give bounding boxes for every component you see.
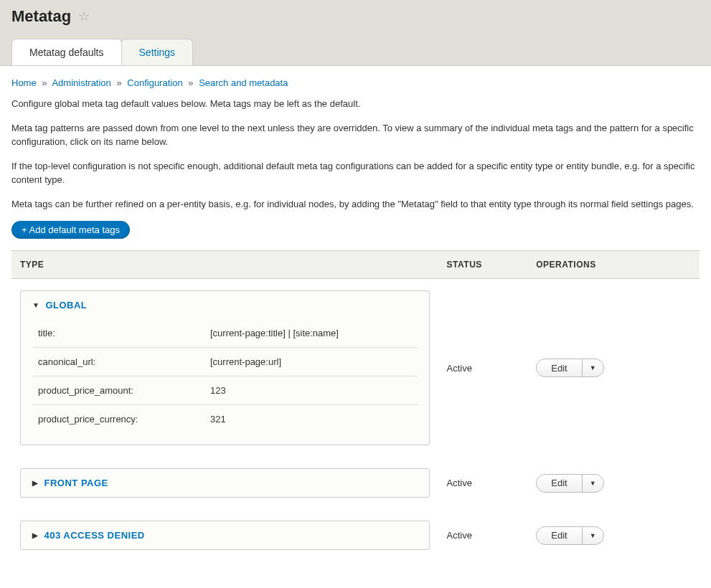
meta-field-key: product_price_amount:: [38, 385, 210, 396]
meta-field-row: canonical_url: [current-page:url]: [32, 348, 418, 376]
table-row: ▶ 403 ACCESS DENIED Active Edit ▼: [11, 509, 700, 561]
status-label: Active: [447, 363, 472, 374]
triangle-down-icon: ▼: [32, 301, 39, 309]
breadcrumb-separator: »: [188, 77, 193, 88]
details-summary-front-page[interactable]: ▶ FRONT PAGE: [21, 469, 429, 497]
primary-tabs: Metatag defaults Settings: [11, 39, 700, 65]
meta-field-value: 123: [210, 385, 226, 396]
table-row: ▼ GLOBAL title: [current-page:title] | […: [11, 279, 700, 457]
meta-field-key: product_price_currency:: [38, 414, 210, 425]
details-summary-403[interactable]: ▶ 403 ACCESS DENIED: [21, 521, 429, 549]
breadcrumb-administration[interactable]: Administration: [52, 77, 110, 88]
description-text: Meta tag patterns are passed down from o…: [11, 121, 700, 149]
details-global: ▼ GLOBAL title: [current-page:title] | […: [20, 290, 430, 445]
meta-field-value: [current-page:url]: [210, 356, 281, 367]
breadcrumb: Home » Administration » Configuration » …: [11, 77, 700, 88]
column-header-status: STATUS: [438, 251, 528, 279]
status-label: Active: [447, 530, 472, 541]
meta-field-row: title: [current-page:title] | [site:name…: [32, 319, 418, 348]
details-title: GLOBAL: [45, 300, 87, 310]
meta-field-value: [current-page:title] | [site:name]: [210, 328, 339, 338]
edit-button[interactable]: Edit: [537, 359, 582, 376]
triangle-right-icon: ▶: [32, 531, 39, 539]
dropdown-arrow-icon[interactable]: ▼: [583, 359, 603, 376]
status-label: Active: [447, 478, 472, 488]
tab-metatag-defaults[interactable]: Metatag defaults: [11, 39, 122, 65]
meta-field-key: title:: [38, 328, 210, 338]
details-summary-global[interactable]: ▼ GLOBAL: [21, 291, 429, 319]
meta-field-row: product_price_amount: 123: [32, 376, 418, 405]
dropdown-arrow-icon[interactable]: ▼: [583, 475, 603, 492]
meta-field-row: product_price_currency: 321: [32, 405, 418, 433]
description-text: If the top-level configuration is not sp…: [11, 159, 700, 187]
add-default-meta-tags-button[interactable]: + Add default meta tags: [11, 221, 130, 239]
page-title: Metatag: [11, 7, 71, 26]
column-header-type: TYPE: [11, 251, 438, 279]
triangle-right-icon: ▶: [32, 479, 39, 487]
meta-field-value: 321: [210, 414, 226, 425]
dropdown-arrow-icon[interactable]: ▼: [583, 527, 603, 544]
breadcrumb-separator: »: [116, 77, 121, 88]
description-text: Meta tags can be further refined on a pe…: [11, 197, 700, 212]
details-title: 403 ACCESS DENIED: [44, 530, 145, 541]
breadcrumb-search-metadata[interactable]: Search and metadata: [199, 77, 288, 88]
details-front-page: ▶ FRONT PAGE: [20, 468, 430, 498]
meta-field-key: canonical_url:: [38, 356, 210, 367]
operations-dropbutton: Edit ▼: [536, 526, 603, 545]
favorite-star-icon[interactable]: ☆: [78, 9, 90, 24]
edit-button[interactable]: Edit: [537, 475, 582, 492]
details-403: ▶ 403 ACCESS DENIED: [20, 521, 430, 550]
operations-dropbutton: Edit ▼: [536, 474, 603, 493]
edit-button[interactable]: Edit: [537, 527, 582, 544]
operations-dropbutton: Edit ▼: [536, 359, 603, 377]
details-title: FRONT PAGE: [44, 478, 108, 488]
breadcrumb-configuration[interactable]: Configuration: [127, 77, 182, 88]
description-text: Configure global meta tag default values…: [11, 97, 700, 111]
table-row: ▶ FRONT PAGE Active Edit ▼: [11, 457, 700, 509]
breadcrumb-separator: »: [42, 77, 47, 88]
tab-settings[interactable]: Settings: [121, 39, 194, 65]
breadcrumb-home[interactable]: Home: [11, 77, 37, 88]
column-header-operations: OPERATIONS: [527, 251, 700, 279]
